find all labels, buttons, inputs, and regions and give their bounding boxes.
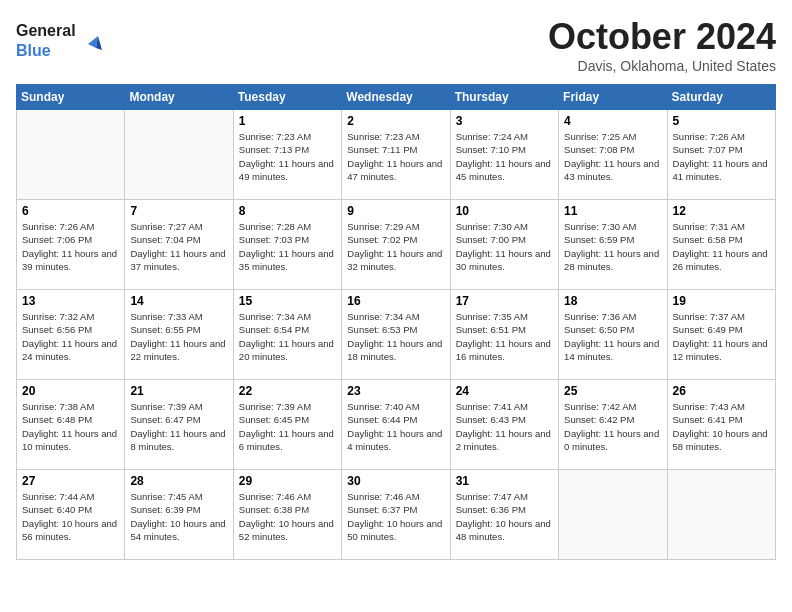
calendar-cell: 29Sunrise: 7:46 AMSunset: 6:38 PMDayligh…: [233, 470, 341, 560]
day-number: 5: [673, 114, 770, 128]
calendar-cell: 20Sunrise: 7:38 AMSunset: 6:48 PMDayligh…: [17, 380, 125, 470]
calendar-cell: 30Sunrise: 7:46 AMSunset: 6:37 PMDayligh…: [342, 470, 450, 560]
calendar-cell: 27Sunrise: 7:44 AMSunset: 6:40 PMDayligh…: [17, 470, 125, 560]
title-block: October 2024 Davis, Oklahoma, United Sta…: [548, 16, 776, 74]
day-info: Sunrise: 7:40 AMSunset: 6:44 PMDaylight:…: [347, 400, 444, 453]
day-info: Sunrise: 7:38 AMSunset: 6:48 PMDaylight:…: [22, 400, 119, 453]
day-info: Sunrise: 7:42 AMSunset: 6:42 PMDaylight:…: [564, 400, 661, 453]
calendar-cell: 25Sunrise: 7:42 AMSunset: 6:42 PMDayligh…: [559, 380, 667, 470]
day-number: 26: [673, 384, 770, 398]
calendar-cell: 11Sunrise: 7:30 AMSunset: 6:59 PMDayligh…: [559, 200, 667, 290]
day-info: Sunrise: 7:34 AMSunset: 6:54 PMDaylight:…: [239, 310, 336, 363]
calendar-cell: 2Sunrise: 7:23 AMSunset: 7:11 PMDaylight…: [342, 110, 450, 200]
svg-text:Blue: Blue: [16, 42, 51, 59]
day-info: Sunrise: 7:25 AMSunset: 7:08 PMDaylight:…: [564, 130, 661, 183]
calendar-cell: [559, 470, 667, 560]
day-number: 13: [22, 294, 119, 308]
calendar-cell: 4Sunrise: 7:25 AMSunset: 7:08 PMDaylight…: [559, 110, 667, 200]
calendar-cell: 19Sunrise: 7:37 AMSunset: 6:49 PMDayligh…: [667, 290, 775, 380]
weekday-header-monday: Monday: [125, 85, 233, 110]
calendar-table: SundayMondayTuesdayWednesdayThursdayFrid…: [16, 84, 776, 560]
logo-svg: General Blue: [16, 16, 116, 66]
day-number: 2: [347, 114, 444, 128]
day-info: Sunrise: 7:29 AMSunset: 7:02 PMDaylight:…: [347, 220, 444, 273]
calendar-cell: [667, 470, 775, 560]
day-number: 23: [347, 384, 444, 398]
calendar-cell: 7Sunrise: 7:27 AMSunset: 7:04 PMDaylight…: [125, 200, 233, 290]
calendar-cell: 18Sunrise: 7:36 AMSunset: 6:50 PMDayligh…: [559, 290, 667, 380]
calendar-cell: [125, 110, 233, 200]
calendar-cell: 16Sunrise: 7:34 AMSunset: 6:53 PMDayligh…: [342, 290, 450, 380]
day-number: 30: [347, 474, 444, 488]
day-info: Sunrise: 7:44 AMSunset: 6:40 PMDaylight:…: [22, 490, 119, 543]
day-info: Sunrise: 7:46 AMSunset: 6:37 PMDaylight:…: [347, 490, 444, 543]
day-info: Sunrise: 7:27 AMSunset: 7:04 PMDaylight:…: [130, 220, 227, 273]
day-info: Sunrise: 7:23 AMSunset: 7:11 PMDaylight:…: [347, 130, 444, 183]
day-info: Sunrise: 7:39 AMSunset: 6:47 PMDaylight:…: [130, 400, 227, 453]
day-number: 15: [239, 294, 336, 308]
day-number: 16: [347, 294, 444, 308]
calendar-cell: 21Sunrise: 7:39 AMSunset: 6:47 PMDayligh…: [125, 380, 233, 470]
calendar-cell: 10Sunrise: 7:30 AMSunset: 7:00 PMDayligh…: [450, 200, 558, 290]
calendar-cell: 12Sunrise: 7:31 AMSunset: 6:58 PMDayligh…: [667, 200, 775, 290]
day-info: Sunrise: 7:24 AMSunset: 7:10 PMDaylight:…: [456, 130, 553, 183]
day-info: Sunrise: 7:41 AMSunset: 6:43 PMDaylight:…: [456, 400, 553, 453]
location: Davis, Oklahoma, United States: [548, 58, 776, 74]
day-number: 10: [456, 204, 553, 218]
day-info: Sunrise: 7:33 AMSunset: 6:55 PMDaylight:…: [130, 310, 227, 363]
logo: General Blue: [16, 16, 116, 66]
weekday-header-row: SundayMondayTuesdayWednesdayThursdayFrid…: [17, 85, 776, 110]
calendar-cell: 31Sunrise: 7:47 AMSunset: 6:36 PMDayligh…: [450, 470, 558, 560]
day-number: 6: [22, 204, 119, 218]
day-info: Sunrise: 7:26 AMSunset: 7:06 PMDaylight:…: [22, 220, 119, 273]
day-info: Sunrise: 7:43 AMSunset: 6:41 PMDaylight:…: [673, 400, 770, 453]
calendar-cell: 24Sunrise: 7:41 AMSunset: 6:43 PMDayligh…: [450, 380, 558, 470]
day-info: Sunrise: 7:36 AMSunset: 6:50 PMDaylight:…: [564, 310, 661, 363]
day-info: Sunrise: 7:45 AMSunset: 6:39 PMDaylight:…: [130, 490, 227, 543]
day-number: 25: [564, 384, 661, 398]
day-info: Sunrise: 7:31 AMSunset: 6:58 PMDaylight:…: [673, 220, 770, 273]
calendar-cell: 9Sunrise: 7:29 AMSunset: 7:02 PMDaylight…: [342, 200, 450, 290]
weekday-header-saturday: Saturday: [667, 85, 775, 110]
day-info: Sunrise: 7:46 AMSunset: 6:38 PMDaylight:…: [239, 490, 336, 543]
calendar-cell: 8Sunrise: 7:28 AMSunset: 7:03 PMDaylight…: [233, 200, 341, 290]
day-number: 3: [456, 114, 553, 128]
day-number: 31: [456, 474, 553, 488]
calendar-cell: 22Sunrise: 7:39 AMSunset: 6:45 PMDayligh…: [233, 380, 341, 470]
week-row-3: 13Sunrise: 7:32 AMSunset: 6:56 PMDayligh…: [17, 290, 776, 380]
day-number: 29: [239, 474, 336, 488]
day-number: 7: [130, 204, 227, 218]
month-title: October 2024: [548, 16, 776, 58]
logo-text: General Blue: [16, 16, 116, 66]
day-info: Sunrise: 7:32 AMSunset: 6:56 PMDaylight:…: [22, 310, 119, 363]
weekday-header-tuesday: Tuesday: [233, 85, 341, 110]
week-row-4: 20Sunrise: 7:38 AMSunset: 6:48 PMDayligh…: [17, 380, 776, 470]
day-info: Sunrise: 7:34 AMSunset: 6:53 PMDaylight:…: [347, 310, 444, 363]
week-row-5: 27Sunrise: 7:44 AMSunset: 6:40 PMDayligh…: [17, 470, 776, 560]
day-number: 17: [456, 294, 553, 308]
calendar-cell: 26Sunrise: 7:43 AMSunset: 6:41 PMDayligh…: [667, 380, 775, 470]
day-number: 18: [564, 294, 661, 308]
day-number: 1: [239, 114, 336, 128]
day-number: 27: [22, 474, 119, 488]
week-row-2: 6Sunrise: 7:26 AMSunset: 7:06 PMDaylight…: [17, 200, 776, 290]
page-header: General Blue October 2024 Davis, Oklahom…: [16, 16, 776, 74]
day-number: 8: [239, 204, 336, 218]
calendar-cell: 28Sunrise: 7:45 AMSunset: 6:39 PMDayligh…: [125, 470, 233, 560]
calendar-cell: 14Sunrise: 7:33 AMSunset: 6:55 PMDayligh…: [125, 290, 233, 380]
calendar-cell: 3Sunrise: 7:24 AMSunset: 7:10 PMDaylight…: [450, 110, 558, 200]
day-number: 4: [564, 114, 661, 128]
day-number: 12: [673, 204, 770, 218]
calendar-cell: 17Sunrise: 7:35 AMSunset: 6:51 PMDayligh…: [450, 290, 558, 380]
day-info: Sunrise: 7:47 AMSunset: 6:36 PMDaylight:…: [456, 490, 553, 543]
svg-text:General: General: [16, 22, 76, 39]
day-number: 9: [347, 204, 444, 218]
calendar-cell: 15Sunrise: 7:34 AMSunset: 6:54 PMDayligh…: [233, 290, 341, 380]
calendar-cell: 5Sunrise: 7:26 AMSunset: 7:07 PMDaylight…: [667, 110, 775, 200]
weekday-header-sunday: Sunday: [17, 85, 125, 110]
day-info: Sunrise: 7:28 AMSunset: 7:03 PMDaylight:…: [239, 220, 336, 273]
day-info: Sunrise: 7:23 AMSunset: 7:13 PMDaylight:…: [239, 130, 336, 183]
day-number: 28: [130, 474, 227, 488]
day-number: 11: [564, 204, 661, 218]
day-info: Sunrise: 7:30 AMSunset: 7:00 PMDaylight:…: [456, 220, 553, 273]
